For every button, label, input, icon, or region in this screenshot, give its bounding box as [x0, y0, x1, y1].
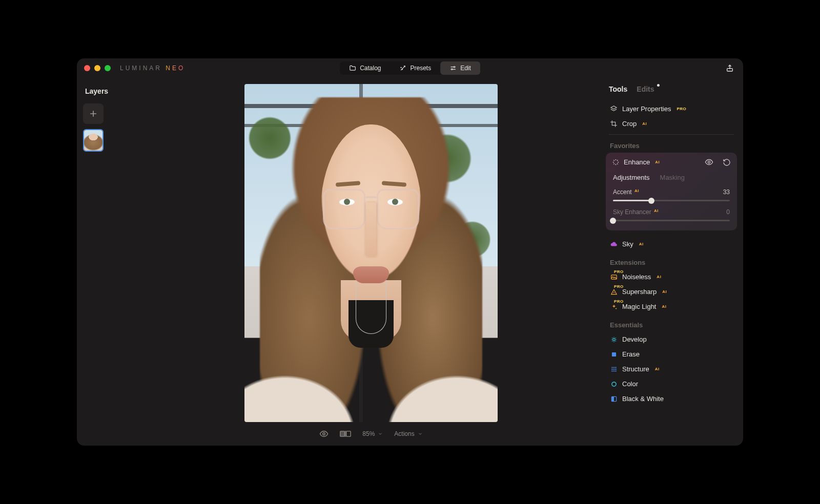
- edits-indicator-icon: [657, 84, 660, 87]
- wand-icon: [400, 65, 407, 72]
- subtab-adjustments[interactable]: Adjustments: [613, 174, 650, 181]
- logo-brand: LUMINAR: [120, 65, 166, 72]
- minimize-window-icon[interactable]: [94, 65, 100, 71]
- tool-magic-light[interactable]: PRO Magic Light AI: [609, 299, 734, 314]
- section-essentials: Essentials: [610, 321, 734, 329]
- tool-layer-properties-label: Layer Properties: [622, 105, 671, 113]
- mode-tabs: Catalog Presets Edit: [340, 61, 480, 75]
- slider-accent[interactable]: Accent AI33: [613, 188, 730, 201]
- tool-sky[interactable]: Sky AI: [609, 237, 734, 251]
- actions-dropdown[interactable]: Actions: [394, 430, 422, 437]
- tool-structure[interactable]: Structure AI: [609, 362, 734, 376]
- right-tabs: Tools Edits: [609, 85, 734, 93]
- tool-enhance-panel: Enhance AI Adjustments Masking Accent AI…: [606, 153, 737, 230]
- tool-enhance-label: Enhance: [624, 158, 650, 166]
- svg-point-20: [615, 370, 616, 371]
- folder-icon: [349, 65, 356, 72]
- svg-point-16: [613, 368, 614, 369]
- visibility-toggle-button[interactable]: [705, 158, 713, 166]
- tool-supersharp[interactable]: PRO Supersharp AI: [609, 284, 734, 299]
- tool-layer-properties[interactable]: Layer Properties PRO: [609, 101, 734, 116]
- svg-point-13: [613, 367, 614, 368]
- svg-point-3: [452, 69, 453, 70]
- layer-thumbnail-image: [84, 130, 102, 151]
- ai-badge: AI: [662, 304, 666, 309]
- sparkle-icon: [612, 158, 620, 166]
- svg-rect-6: [340, 431, 344, 436]
- tab-presets-label: Presets: [411, 65, 432, 72]
- sun-icon: [610, 335, 618, 343]
- tool-erase-label: Erase: [622, 350, 640, 358]
- add-layer-button[interactable]: [83, 103, 104, 124]
- tool-noiseless[interactable]: PRO Noiseless AI: [609, 269, 734, 284]
- ai-badge: AI: [655, 367, 660, 371]
- titlebar: LUMINAR NEO Catalog Presets Edit: [77, 58, 743, 78]
- logo-neo: NEO: [166, 65, 185, 72]
- tool-structure-label: Structure: [622, 365, 649, 373]
- tab-edit[interactable]: Edit: [440, 61, 480, 75]
- tool-color-label: Color: [622, 380, 638, 388]
- layers-panel: Layers: [77, 78, 137, 446]
- tool-noiseless-label: Noiseless: [622, 273, 651, 281]
- slider-accent-label: Accent: [613, 188, 632, 196]
- svg-point-12: [611, 367, 612, 368]
- pro-badge: PRO: [614, 299, 624, 304]
- share-button[interactable]: [726, 64, 734, 72]
- circle-icon: [610, 380, 618, 388]
- actions-label: Actions: [394, 430, 414, 437]
- eraser-icon: [610, 350, 618, 358]
- tool-black-white[interactable]: Black & White: [609, 391, 734, 406]
- subtab-masking-label: Masking: [660, 174, 685, 181]
- layer-thumbnail[interactable]: [83, 129, 104, 152]
- tool-sky-label: Sky: [622, 240, 633, 248]
- grid-icon: [610, 365, 618, 373]
- preview-toggle-button[interactable]: [319, 429, 329, 438]
- app-logo: LUMINAR NEO: [120, 65, 185, 72]
- portrait-lips: [353, 266, 388, 283]
- svg-point-8: [708, 161, 710, 163]
- tab-catalog-label: Catalog: [360, 65, 381, 72]
- tab-tools[interactable]: Tools: [609, 85, 627, 93]
- slider-sky-value: 0: [726, 208, 730, 216]
- tool-bw-label: Black & White: [622, 395, 664, 403]
- ai-badge: AI: [639, 242, 644, 246]
- app-window: LUMINAR NEO Catalog Presets Edit Layers: [77, 58, 743, 446]
- pro-badge: PRO: [676, 107, 686, 111]
- fullscreen-window-icon[interactable]: [105, 65, 111, 71]
- svg-point-2: [454, 67, 455, 68]
- subtab-adjustments-label: Adjustments: [613, 174, 650, 181]
- svg-point-21: [611, 382, 616, 386]
- svg-rect-7: [346, 431, 351, 436]
- image-icon: PRO: [610, 273, 618, 281]
- tool-color[interactable]: Color: [609, 376, 734, 391]
- slider-sky-enhancer[interactable]: Sky Enhancer AI0: [613, 208, 730, 221]
- traffic-lights: [84, 65, 111, 71]
- ai-badge: AI: [654, 208, 659, 213]
- svg-point-10: [612, 338, 615, 341]
- section-favorites: Favorites: [610, 142, 734, 150]
- ai-badge: AI: [662, 289, 667, 294]
- tool-crop[interactable]: Crop AI: [609, 116, 734, 131]
- svg-point-0: [401, 67, 401, 68]
- ai-badge: AI: [634, 188, 639, 193]
- tools-panel: Tools Edits Layer Properties PRO Crop AI…: [605, 78, 743, 446]
- reset-button[interactable]: [723, 158, 731, 166]
- svg-point-14: [615, 367, 616, 368]
- tool-develop[interactable]: Develop: [609, 332, 734, 347]
- tab-presets[interactable]: Presets: [391, 61, 441, 75]
- svg-point-18: [611, 370, 612, 371]
- tab-tools-label: Tools: [609, 85, 627, 93]
- compare-toggle-button[interactable]: [340, 430, 351, 437]
- zoom-dropdown[interactable]: 85%: [362, 430, 383, 437]
- crop-icon: [610, 120, 618, 128]
- tab-edit-label: Edit: [460, 65, 471, 72]
- tool-erase[interactable]: Erase: [609, 347, 734, 362]
- tab-edits-label: Edits: [637, 85, 654, 93]
- tool-supersharp-label: Supersharp: [622, 288, 657, 296]
- tab-catalog[interactable]: Catalog: [340, 61, 390, 75]
- close-window-icon[interactable]: [84, 65, 90, 71]
- tab-edits[interactable]: Edits: [637, 85, 654, 93]
- subtab-masking[interactable]: Masking: [660, 174, 685, 181]
- image-canvas[interactable]: [244, 84, 498, 422]
- svg-rect-23: [611, 396, 614, 401]
